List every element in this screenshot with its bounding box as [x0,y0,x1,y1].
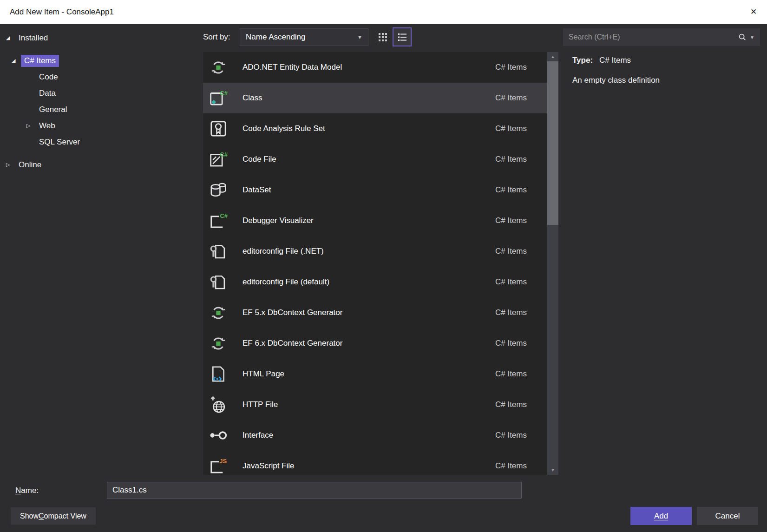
sort-dropdown-value: Name Ascending [246,33,306,42]
debugger-visualizer-icon: C# [208,210,229,231]
template-row-editorconfig-file-default[interactable]: editorconfig File (default)C# Items [203,267,547,297]
tree-item-label: Online [15,159,45,171]
type-value: C# Items [599,56,631,65]
template-category: C# Items [495,461,527,471]
template-row-http-file[interactable]: HTTP FileC# Items [203,389,547,420]
template-name: Class [243,93,262,103]
tree-item-installed[interactable]: ◢Installed [0,30,197,46]
type-label: Type: [572,56,593,65]
template-row-interface[interactable]: InterfaceC# Items [203,420,547,451]
template-category: C# Items [495,63,527,72]
svg-text:JS: JS [219,458,227,465]
entity-model-icon [208,57,229,78]
template-name: DataSet [243,185,271,195]
expanded-icon[interactable]: ◢ [11,58,21,64]
tree-item-data[interactable]: Data [0,85,197,101]
template-name: JavaScript File [243,461,294,471]
tree-item-general[interactable]: General [0,101,197,118]
template-name: editorconfig File (.NET) [243,247,324,256]
template-row-dataset[interactable]: DataSetC# Items [203,175,547,205]
search-dropdown-icon[interactable]: ▼ [750,35,754,40]
template-name: Code Analysis Rule Set [243,124,325,133]
template-row-ef-5-x-dbcontext-generator[interactable]: EF 5.x DbContext GeneratorC# Items [203,297,547,328]
add-button[interactable]: Add [630,507,692,525]
template-name: editorconfig File (default) [243,277,329,287]
template-name: HTTP File [243,400,278,409]
template-category: C# Items [495,339,527,348]
cancel-button[interactable]: Cancel [697,507,758,525]
name-input[interactable] [107,482,522,499]
tree-item-online[interactable]: ▷Online [0,157,197,173]
code-file-icon: C# [208,149,229,170]
svg-text:C#: C# [220,151,228,158]
list-view-button[interactable] [393,27,412,46]
template-row-editorconfig-file-net[interactable]: editorconfig File (.NET)C# Items [203,236,547,267]
close-button[interactable]: ✕ [740,0,767,24]
sort-dropdown[interactable]: Name Ascending ▼ [240,28,368,46]
name-label: Name: [15,482,39,499]
search-icon [738,33,747,41]
editorconfig-icon [208,272,229,292]
tree-item-label: SQL Server [36,136,83,148]
window-title: Add New Item - ConsoleApp1 [10,7,114,17]
template-row-debugger-visualizer[interactable]: C#Debugger VisualizerC# Items [203,205,547,236]
search-box: ▼ [563,28,760,46]
close-icon: ✕ [750,7,757,17]
scrollbar-thumb[interactable] [547,61,558,225]
template-row-ef-6-x-dbcontext-generator[interactable]: EF 6.x DbContext GeneratorC# Items [203,328,547,359]
template-category: C# Items [495,216,527,225]
editorconfig-icon [208,241,229,262]
javascript-file-icon: JS [208,456,229,475]
tree-item-label: General [36,104,70,116]
template-name: EF 5.x DbContext Generator [243,308,342,317]
template-name: EF 6.x DbContext Generator [243,339,342,348]
template-name: Debugger Visualizer [243,216,314,225]
http-file-icon [208,394,229,415]
tree-item-label: C# Items [21,55,59,67]
template-row-javascript-file[interactable]: JSJavaScript FileC# Items [203,451,547,475]
template-row-html-page[interactable]: HTML PageC# Items [203,359,547,389]
grid-view-icon [377,32,388,43]
template-row-class[interactable]: C#ClassC# Items [203,83,547,113]
template-category: C# Items [495,247,527,256]
dataset-icon [208,180,229,200]
interface-icon [208,425,229,446]
template-category: C# Items [495,369,527,379]
collapsed-icon[interactable]: ▷ [5,162,15,168]
tree-item-c-items[interactable]: ◢C# Items [0,53,197,69]
tree-item-sql-server[interactable]: SQL Server [0,134,197,150]
template-name: Code File [243,155,276,164]
template-name: ADO.NET Entity Data Model [243,63,342,72]
template-category: C# Items [495,155,527,164]
template-row-ado-net-entity-data-model[interactable]: ADO.NET Entity Data ModelC# Items [203,52,547,83]
list-scrollbar[interactable]: ▲ ▼ [547,52,558,475]
template-category: C# Items [495,431,527,440]
template-category: C# Items [495,308,527,317]
template-name: Interface [243,431,273,440]
template-category: C# Items [495,93,527,103]
template-row-code-file[interactable]: C#Code FileC# Items [203,144,547,175]
tree-item-label: Data [36,87,59,99]
tree-item-web[interactable]: ▷Web [0,118,197,134]
entity-model-icon [208,302,229,323]
tree-item-label: Installed [15,32,51,44]
rule-set-icon [208,118,229,139]
scroll-up-icon[interactable]: ▲ [547,52,558,61]
svg-text:C#: C# [220,90,228,97]
expanded-icon[interactable]: ◢ [5,35,15,41]
titlebar: Add New Item - ConsoleApp1 ✕ [0,0,767,24]
show-compact-view-button[interactable]: Show Compact View [11,507,96,525]
scroll-down-icon[interactable]: ▼ [547,466,558,475]
medium-icons-view-button[interactable] [374,29,391,46]
tree-item-label: Web [36,120,59,132]
template-category: C# Items [495,124,527,133]
entity-model-icon [208,333,229,354]
sort-by-label: Sort by: [203,28,230,46]
search-input[interactable] [569,33,734,41]
tree-item-code[interactable]: Code [0,69,197,85]
template-category: C# Items [495,185,527,195]
template-row-code-analysis-rule-set[interactable]: Code Analysis Rule SetC# Items [203,113,547,144]
svg-text:C#: C# [220,212,228,219]
tree-item-label: Code [36,71,61,83]
collapsed-icon[interactable]: ▷ [26,123,36,129]
